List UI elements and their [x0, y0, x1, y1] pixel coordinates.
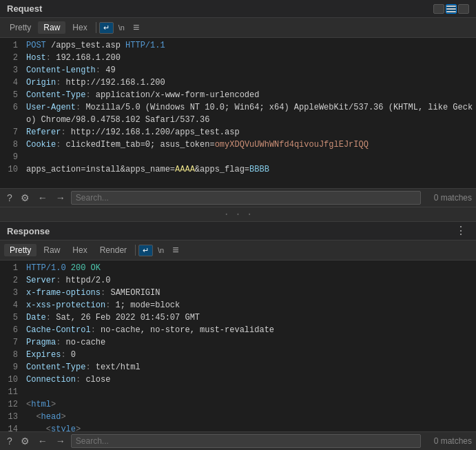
newline-btn-request[interactable]: \n: [115, 22, 128, 33]
response-title: Response: [7, 226, 50, 236]
request-toolbar: Pretty Raw Hex ↵ \n ≡: [0, 18, 476, 38]
grid-layout-icon[interactable]: [433, 4, 444, 14]
response-line-8: 8 Expires: 0: [0, 349, 476, 361]
response-line-9: 9 Content-Type: text/html: [0, 361, 476, 374]
word-wrap-btn-response[interactable]: ↵: [138, 245, 153, 256]
layout-icons: [433, 4, 469, 14]
request-line-10: 10 apps_action=install&apps_name=AAAA&ap…: [0, 163, 476, 176]
request-header: Request: [0, 0, 476, 18]
toolbar-separator-2: [135, 245, 136, 256]
help-btn-request[interactable]: ?: [4, 191, 15, 205]
response-line-1: 1 HTTP/1.0 200 OK: [0, 262, 476, 274]
back-btn-request[interactable]: ←: [35, 191, 50, 205]
forward-btn-request[interactable]: →: [53, 191, 68, 205]
request-title: Request: [7, 3, 42, 14]
tab-raw-request[interactable]: Raw: [38, 21, 65, 34]
tab-raw-response[interactable]: Raw: [38, 244, 65, 256]
matches-label-request: 0 matches: [424, 193, 472, 203]
word-wrap-btn-request[interactable]: ↵: [99, 22, 114, 34]
forward-btn-response[interactable]: →: [53, 434, 68, 448]
response-panel: Response ⋮ Pretty Raw Hex Render ↵ \n ≡ …: [0, 222, 476, 450]
response-line-5: 5 Date: Sat, 26 Feb 2022 01:45:07 GMT: [0, 311, 476, 324]
response-line-2: 2 Server: httpd/2.0: [0, 274, 476, 287]
response-line-13: 13 <head>: [0, 411, 476, 423]
tab-hex-request[interactable]: Hex: [67, 21, 92, 34]
response-line-6: 6 Cache-Control: no-cache, no-store, mus…: [0, 324, 476, 336]
back-btn-response[interactable]: ←: [35, 434, 50, 448]
request-line-4: 4 Origin: http://192.168.1.200: [0, 76, 476, 89]
menu-btn-response[interactable]: ≡: [169, 243, 183, 258]
response-line-14: 14 <style>: [0, 423, 476, 431]
response-toolbar: Pretty Raw Hex Render ↵ \n ≡: [0, 241, 476, 260]
response-line-11: 11: [0, 386, 476, 398]
request-line-8: 8 Cookie: clickedItem_tab=0; asus_token=…: [0, 139, 476, 151]
tab-pretty-request[interactable]: Pretty: [4, 21, 37, 34]
divider-dots: · · ·: [223, 209, 252, 220]
request-code-area[interactable]: 1 POST /apps_test.asp HTTP/1.1 2 Host: 1…: [0, 38, 476, 188]
request-line-1: 1 POST /apps_test.asp HTTP/1.1: [0, 39, 476, 52]
request-search-bar: ? ⚙ ← → 0 matches: [0, 188, 476, 207]
split-layout-icon[interactable]: [458, 4, 469, 14]
request-line-9: 9: [0, 151, 476, 163]
response-search-bar: ? ⚙ ← → 0 matches: [0, 431, 476, 450]
help-btn-response[interactable]: ?: [4, 434, 15, 448]
response-header: Response ⋮: [0, 222, 476, 241]
kebab-menu-response[interactable]: ⋮: [453, 225, 469, 236]
request-line-7: 7 Referer: http://192.168.1.200/apps_tes…: [0, 126, 476, 139]
panel-divider: · · ·: [0, 207, 476, 222]
menu-btn-request[interactable]: ≡: [130, 20, 143, 35]
newline-btn-response[interactable]: \n: [154, 245, 167, 256]
matches-label-response: 0 matches: [424, 436, 472, 446]
toolbar-separator-1: [96, 22, 96, 33]
response-line-10: 10 Connection: close: [0, 374, 476, 386]
list-layout-icon[interactable]: [446, 4, 457, 14]
tab-pretty-response[interactable]: Pretty: [4, 244, 37, 256]
request-line-2: 2 Host: 192.168.1.200: [0, 52, 476, 64]
response-line-3: 3 x-frame-options: SAMEORIGIN: [0, 287, 476, 299]
request-line-5: 5 Content-Type: application/x-www-form-u…: [0, 89, 476, 101]
response-line-7: 7 Pragma: no-cache: [0, 336, 476, 349]
request-line-3: 3 Content-Length: 49: [0, 64, 476, 76]
response-code-area[interactable]: 1 HTTP/1.0 200 OK 2 Server: httpd/2.0 3 …: [0, 260, 476, 431]
tab-render-response[interactable]: Render: [94, 244, 132, 256]
request-line-6: 6 User-Agent: Mozilla/5.0 (Windows NT 10…: [0, 101, 476, 126]
search-input-request[interactable]: [71, 191, 421, 205]
response-line-12: 12 <html>: [0, 398, 476, 411]
response-line-4: 4 x-xss-protection: 1; mode=block: [0, 299, 476, 311]
settings-btn-response[interactable]: ⚙: [18, 434, 32, 448]
settings-btn-request[interactable]: ⚙: [18, 191, 32, 205]
search-input-response[interactable]: [71, 434, 421, 448]
request-panel: Request Pretty Raw H: [0, 0, 476, 207]
tab-hex-response[interactable]: Hex: [67, 244, 92, 256]
